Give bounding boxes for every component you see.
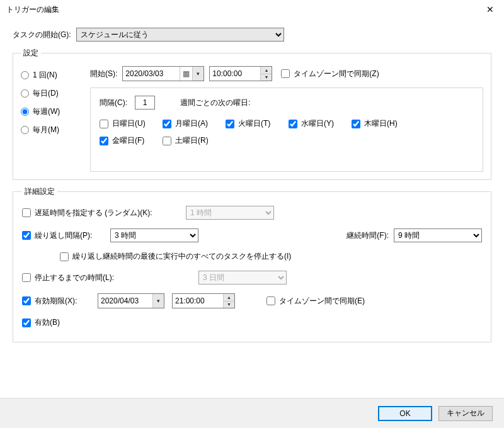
interval-input[interactable] (135, 96, 155, 110)
adv-stopafter-checkbox[interactable] (22, 273, 31, 282)
day-wed-label: 水曜日(Y) (301, 118, 334, 129)
freq-daily-label: 毎日(D) (33, 88, 59, 99)
freq-weekly-radio[interactable] (21, 108, 29, 116)
adv-repeat-row: 繰り返し間隔(P): 3 時間 継続時間(F): 9 時間 (22, 228, 482, 242)
expire-time-input[interactable] (173, 294, 223, 308)
chevron-down-icon[interactable]: ▾ (192, 67, 203, 81)
cancel-button[interactable]: キャンセル (438, 406, 493, 421)
adv-duration-label: 継続時間(F): (346, 230, 389, 241)
adv-delay-checkbox[interactable] (22, 208, 31, 217)
start-label: 開始(S): (90, 69, 117, 79)
start-time-field[interactable]: ▲ ▼ (209, 66, 272, 81)
freq-once-radio[interactable] (21, 71, 29, 79)
freq-daily-radio[interactable] (21, 89, 29, 98)
day-sat-checkbox[interactable] (163, 137, 171, 145)
spin-up-icon[interactable]: ▲ (224, 294, 234, 301)
freq-once-label: 1 回(N) (33, 70, 57, 81)
day-sat[interactable]: 土曜日(R) (163, 135, 226, 146)
day-wed-checkbox[interactable] (289, 120, 297, 128)
interval-label: 間隔(C): (100, 98, 127, 108)
spin-down-icon[interactable]: ▼ (261, 74, 272, 81)
day-tue-checkbox[interactable] (226, 120, 234, 128)
adv-stopatend-checkbox[interactable] (60, 252, 69, 261)
day-tue-label: 火曜日(T) (238, 118, 270, 129)
advanced-group: 詳細設定 遅延時間を指定する (ランダム)(K): 1 時間 繰り返し間隔(P)… (13, 186, 491, 342)
start-time-input[interactable] (210, 67, 260, 81)
day-mon-label: 月曜日(A) (175, 118, 208, 129)
start-date-input[interactable] (123, 67, 180, 81)
day-tue[interactable]: 火曜日(T) (226, 118, 289, 129)
day-sun-label: 日曜日(U) (112, 118, 146, 129)
settings-legend: 設定 (21, 48, 41, 59)
expire-tzsync-checkbox[interactable] (266, 296, 275, 305)
adv-delay-select: 1 時間 (186, 206, 274, 220)
expire-date-input[interactable] (98, 294, 152, 308)
day-sun[interactable]: 日曜日(U) (100, 118, 163, 129)
chevron-down-icon[interactable]: ▾ (152, 294, 164, 308)
adv-enabled-checkbox[interactable] (22, 318, 31, 327)
adv-repeat-label: 繰り返し間隔(P): (35, 230, 110, 241)
day-thu[interactable]: 木曜日(H) (352, 118, 415, 129)
task-start-label: タスクの開始(G): (13, 30, 71, 40)
adv-delay-label: 遅延時間を指定する (ランダム)(K): (35, 208, 186, 218)
day-wed[interactable]: 水曜日(Y) (289, 118, 352, 129)
adv-repeat-checkbox[interactable] (22, 231, 31, 240)
advanced-legend: 詳細設定 (22, 186, 57, 197)
task-start-select[interactable]: スケジュールに従う (76, 28, 284, 42)
adv-stopatend-label: 繰り返し継続時間の最後に実行中のすべてのタスクを停止する(I) (72, 251, 291, 262)
settings-group: 設定 1 回(N) 毎日(D) 毎週(W) 毎月(M) (13, 48, 491, 180)
window-title: トリガーの編集 (6, 4, 59, 15)
day-fri-label: 金曜日(F) (112, 135, 144, 146)
adv-stopafter-label: 停止するまでの時間(L): (35, 273, 198, 283)
day-sat-label: 土曜日(R) (175, 135, 209, 146)
day-thu-checkbox[interactable] (352, 120, 360, 128)
spin-down-icon[interactable]: ▼ (224, 301, 234, 308)
day-mon[interactable]: 月曜日(A) (163, 118, 226, 129)
adv-expire-checkbox[interactable] (22, 296, 31, 305)
adv-expire-label: 有効期限(X): (35, 296, 98, 307)
start-tzsync-checkbox[interactable] (281, 69, 290, 78)
freq-monthly[interactable]: 毎月(M) (21, 125, 90, 135)
adv-enabled-label: 有効(B) (35, 317, 60, 328)
adv-delay-row: 遅延時間を指定する (ランダム)(K): 1 時間 (22, 206, 482, 220)
ok-button[interactable]: OK (378, 406, 432, 421)
calendar-icon[interactable]: ▦ (180, 67, 192, 81)
adv-duration-select[interactable]: 9 時間 (394, 228, 482, 242)
day-sun-checkbox[interactable] (100, 120, 108, 128)
freq-monthly-radio[interactable] (21, 126, 29, 134)
freq-weekly-label: 毎週(W) (33, 106, 60, 117)
start-tzsync[interactable]: タイムゾーン間で同期(Z) (281, 69, 379, 79)
freq-monthly-label: 毎月(M) (33, 125, 59, 135)
adv-stopafter-row: 停止するまでの時間(L): 3 日間 (22, 271, 482, 284)
adv-enabled-row: 有効(B) (22, 317, 482, 328)
start-date-field[interactable]: ▦ ▾ (122, 66, 204, 81)
start-tzsync-label: タイムゾーン間で同期(Z) (294, 69, 379, 79)
freq-weekly[interactable]: 毎週(W) (21, 106, 90, 117)
expire-date-field[interactable]: ▾ (98, 293, 164, 308)
day-thu-label: 木曜日(H) (364, 118, 398, 129)
days-header-label: 週間ごとの次の曜日: (180, 98, 250, 108)
adv-repeat-select[interactable]: 3 時間 (110, 228, 198, 242)
day-mon-checkbox[interactable] (163, 120, 171, 128)
expire-time-field[interactable]: ▲ ▼ (172, 293, 235, 308)
freq-once[interactable]: 1 回(N) (21, 70, 90, 81)
freq-daily[interactable]: 毎日(D) (21, 88, 90, 99)
spin-up-icon[interactable]: ▲ (261, 67, 272, 74)
day-fri[interactable]: 金曜日(F) (100, 135, 163, 146)
adv-stopafter-select: 3 日間 (198, 271, 287, 284)
expire-tzsync-label: タイムゾーン間で同期(E) (279, 296, 365, 307)
close-icon[interactable]: ✕ (476, 0, 504, 19)
adv-stopatend-row: 繰り返し継続時間の最後に実行中のすべてのタスクを停止する(I) (60, 251, 482, 262)
day-fri-checkbox[interactable] (100, 137, 108, 145)
adv-expire-row: 有効期限(X): ▾ ▲ ▼ タイムゾーン間で同期(E) (22, 293, 482, 308)
